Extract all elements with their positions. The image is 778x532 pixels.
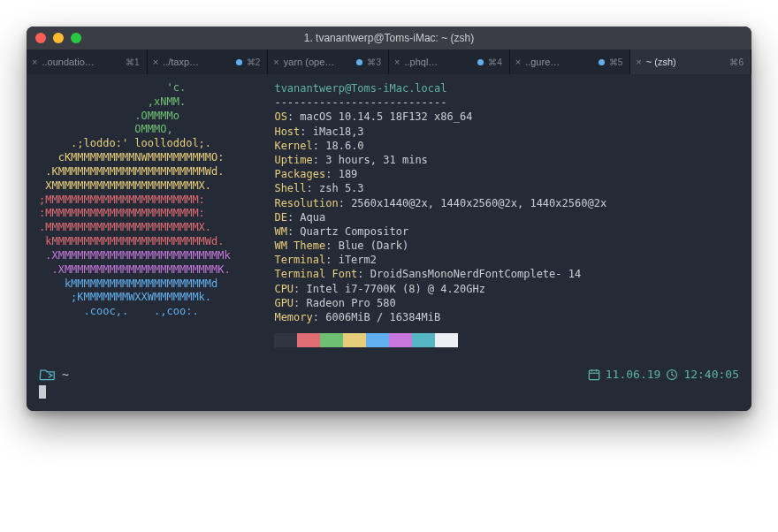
minimize-window-button[interactable] xyxy=(53,33,64,43)
ascii-line: kMMMMMMMMMMMMMMMMMMMMMMMMWd. xyxy=(39,235,249,249)
cursor xyxy=(39,385,46,399)
color-swatch xyxy=(320,333,343,347)
titlebar[interactable]: 1. tvanantwerp@Toms-iMac: ~ (zsh) xyxy=(27,27,751,49)
ascii-line: ;KMMMMMMMWXXWMMMMMMMk. xyxy=(39,291,249,305)
close-tab-icon[interactable]: × xyxy=(273,57,278,67)
info-key: GPU xyxy=(274,297,294,309)
color-swatch xyxy=(366,333,389,347)
info-row: Terminal: iTerm2 xyxy=(274,253,606,267)
info-row: Shell: zsh 5.3 xyxy=(274,181,606,195)
neofetch-output: 'c. ,xNMM. .OMMMMo OMMMO, .;loddo:' lool… xyxy=(39,81,739,347)
close-tab-icon[interactable]: × xyxy=(394,57,400,67)
info-row: Resolution: 2560x1440@2x, 1440x2560@2x, … xyxy=(274,196,606,210)
info-row: WM: Quartz Compositor xyxy=(274,224,606,239)
info-value: zsh 5.3 xyxy=(319,182,364,194)
tab-1[interactable]: ×..oundatio…⌘1 xyxy=(27,49,148,74)
close-tab-icon[interactable]: × xyxy=(515,57,521,67)
info-key: Terminal Font xyxy=(274,268,357,280)
tab-shortcut: ⌘2 xyxy=(247,57,261,67)
info-key: Packages xyxy=(274,168,325,180)
info-value: DroidSansMonoNerdFontComplete- 14 xyxy=(370,268,581,280)
info-value: Quartz Compositor xyxy=(300,225,408,238)
ascii-line: 'c. xyxy=(39,81,249,95)
ascii-line: .XMMMMMMMMMMMMMMMMMMMMMMMMK. xyxy=(39,263,249,277)
info-value: iMac18,3 xyxy=(313,125,364,138)
tab-2[interactable]: ×../taxp…⌘2 xyxy=(148,49,269,74)
color-swatches xyxy=(274,333,606,347)
info-value: Intel i7-7700K (8) @ 4.20GHz xyxy=(307,283,485,295)
close-window-button[interactable] xyxy=(35,33,46,43)
ascii-line: .OMMMMo xyxy=(39,110,249,124)
color-swatch xyxy=(343,333,366,347)
traffic-lights xyxy=(35,33,81,43)
terminal-body[interactable]: 'c. ,xNMM. .OMMMMo OMMMO, .;loddo:' lool… xyxy=(27,74,751,411)
info-row: DE: Aqua xyxy=(274,210,606,224)
info-key: Shell xyxy=(274,182,306,194)
info-value: 2560x1440@2x, 1440x2560@2x, 1440x2560@2x xyxy=(351,197,606,209)
tab-label: ..gure… xyxy=(525,57,594,67)
info-value: Aqua xyxy=(300,211,325,224)
color-swatch xyxy=(274,333,297,347)
info-row: OS: macOS 10.14.5 18F132 x86_64 xyxy=(274,110,606,124)
ascii-line: .cooc,. .,coo:. xyxy=(39,305,249,319)
close-tab-icon[interactable]: × xyxy=(636,57,641,67)
user-host-line: tvanantwerp@Toms-iMac.local xyxy=(274,81,606,95)
tab-6[interactable]: ×~ (zsh)⌘6 xyxy=(630,49,751,74)
info-key: WM Theme xyxy=(274,239,325,252)
tab-shortcut: ⌘5 xyxy=(609,57,623,67)
info-row: Host: iMac18,3 xyxy=(274,125,606,139)
tab-shortcut: ⌘3 xyxy=(367,57,381,67)
info-value: 189 xyxy=(339,168,358,180)
color-swatch xyxy=(297,333,320,347)
info-row: CPU: Intel i7-7700K (8) @ 4.20GHz xyxy=(274,282,606,296)
info-key: DE xyxy=(274,211,286,224)
info-value: 18.6.0 xyxy=(325,140,363,152)
tab-4[interactable]: ×..phql…⌘4 xyxy=(389,49,510,74)
window-title: 1. tvanantwerp@Toms-iMac: ~ (zsh) xyxy=(27,32,751,44)
activity-dot-icon xyxy=(356,59,362,65)
clock-icon xyxy=(666,369,678,381)
ascii-line: .MMMMMMMMMMMMMMMMMMMMMMMMX. xyxy=(39,221,249,235)
tab-shortcut: ⌘1 xyxy=(126,57,140,67)
info-key: Terminal xyxy=(274,254,325,266)
info-value: iTerm2 xyxy=(339,254,377,266)
activity-dot-icon xyxy=(599,59,605,65)
tab-5[interactable]: ×..gure…⌘5 xyxy=(510,49,631,74)
ascii-line: :MMMMMMMMMMMMMMMMMMMMMMMM: xyxy=(39,207,249,221)
close-tab-icon[interactable]: × xyxy=(153,57,158,67)
info-key: Resolution xyxy=(274,197,338,209)
ascii-line: XMMMMMMMMMMMMMMMMMMMMMMMX. xyxy=(39,179,249,194)
ascii-line: OMMMO, xyxy=(39,123,249,137)
color-swatch xyxy=(435,333,458,347)
info-row: Kernel: 18.6.0 xyxy=(274,139,606,153)
prompt-left: ~ xyxy=(39,367,69,383)
ascii-line: .KMMMMMMMMMMMMMMMMMMMMMMMWd. xyxy=(39,165,249,179)
close-tab-icon[interactable]: × xyxy=(32,57,37,67)
prompt-right: 11.06.19 12:40:05 xyxy=(588,367,739,383)
info-key: Uptime xyxy=(274,154,312,166)
info-row: Packages: 189 xyxy=(274,167,606,181)
folder-arrow-icon xyxy=(39,368,57,382)
color-swatch xyxy=(412,333,435,347)
activity-dot-icon xyxy=(477,59,484,65)
tab-3[interactable]: ×yarn (ope…⌘3 xyxy=(268,49,389,74)
ascii-line: ;MMMMMMMMMMMMMMMMMMMMMMMM: xyxy=(39,194,249,208)
info-row: Uptime: 3 hours, 31 mins xyxy=(274,153,606,167)
maximize-window-button[interactable] xyxy=(71,33,81,43)
info-key: OS xyxy=(274,110,286,123)
prompt-input-line[interactable] xyxy=(39,384,739,399)
tab-bar: ×..oundatio…⌘1×../taxp…⌘2×yarn (ope…⌘3×.… xyxy=(27,49,751,74)
time-text: 12:40:05 xyxy=(683,367,739,383)
info-key: Kernel xyxy=(274,140,312,152)
tab-shortcut: ⌘6 xyxy=(729,57,744,67)
info-value: Radeon Pro 580 xyxy=(307,297,396,309)
tab-label: ~ (zsh) xyxy=(646,57,726,67)
info-key: Host xyxy=(274,125,300,138)
separator-line: --------------------------- xyxy=(274,95,606,110)
svg-rect-0 xyxy=(589,370,599,380)
terminal-window: 1. tvanantwerp@Toms-iMac: ~ (zsh) ×..oun… xyxy=(27,27,751,411)
date-text: 11.06.19 xyxy=(606,367,661,383)
apple-ascii-logo: 'c. ,xNMM. .OMMMMo OMMMO, .;loddo:' lool… xyxy=(39,81,249,319)
ascii-line: .;loddo:' loolloddol;. xyxy=(39,137,249,151)
ascii-line: cKMMMMMMMMMMNWMMMMMMMMMMO: xyxy=(39,151,249,165)
